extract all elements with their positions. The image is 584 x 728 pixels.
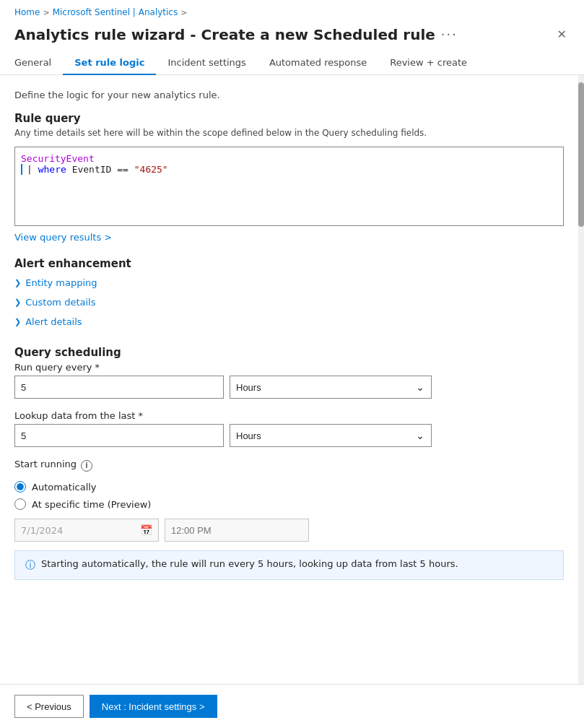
run-query-unit-select[interactable]: Minutes Hours Days (230, 376, 432, 399)
query-pipe: | (27, 164, 32, 175)
calendar-icon: 📅 (140, 524, 152, 536)
footer: < Previous Next : Incident settings > (0, 684, 584, 728)
time-input (165, 519, 309, 542)
rule-query-section: Rule query Any time details set here wil… (14, 112, 564, 257)
content-area: Define the logic for your new analytics … (0, 75, 584, 684)
lookup-data-unit-select[interactable]: Minutes Hours Days (230, 424, 432, 447)
tab-general[interactable]: General (14, 51, 63, 75)
query-keyword-where: where (38, 164, 66, 175)
chevron-right-icon-entity: ❯ (14, 278, 21, 287)
lookup-data-field-group: Lookup data from the last Minutes Hours … (14, 410, 564, 447)
rule-query-title: Rule query (14, 112, 564, 125)
query-editor[interactable]: SecurityEvent | where EventID == "4625" (14, 147, 564, 226)
page-container: Home > Microsoft Sentinel | Analytics > … (0, 0, 584, 728)
custom-details-label: Custom details (25, 297, 95, 308)
run-query-row: Minutes Hours Days (14, 376, 564, 399)
scrollbar[interactable] (578, 75, 584, 684)
radio-automatically-label: Automatically (32, 482, 97, 493)
run-query-label: Run query every (14, 362, 564, 373)
rule-query-subtitle: Any time details set here will be within… (14, 128, 564, 138)
radio-specific-time-label: At specific time (Preview) (32, 499, 151, 510)
close-icon[interactable]: ✕ (554, 25, 570, 44)
accordion-entity-mapping[interactable]: ❯ Entity mapping (14, 273, 564, 292)
query-op: == (117, 164, 128, 175)
accordion-custom-details[interactable]: ❯ Custom details (14, 292, 564, 312)
more-options-icon[interactable]: ··· (441, 27, 458, 42)
start-running-info-icon[interactable]: i (81, 460, 92, 472)
tabs-bar: General Set rule logic Incident settings… (0, 51, 584, 75)
start-running-label: Start running (14, 459, 77, 469)
entity-mapping-label: Entity mapping (25, 277, 97, 288)
lookup-data-unit-wrapper: Minutes Hours Days (230, 424, 432, 447)
page-title: Analytics rule wizard - Create a new Sch… (14, 26, 435, 43)
tab-set-rule-logic[interactable]: Set rule logic (63, 51, 156, 75)
accordion-alert-details[interactable]: ❯ Alert details (14, 312, 564, 332)
start-running-label-row: Start running i (14, 459, 564, 472)
datetime-row: 7/1/2024 📅 (14, 519, 564, 542)
query-line-2: | where EventID == "4625" (21, 164, 557, 175)
info-box-text: Starting automatically, the rule will ru… (41, 558, 458, 569)
lookup-data-value-input[interactable] (14, 424, 224, 447)
radio-automatically[interactable]: Automatically (14, 481, 564, 493)
run-query-field-group: Run query every Minutes Hours Days (14, 362, 564, 399)
next-button[interactable]: Next : Incident settings > (90, 695, 217, 718)
alert-details-label: Alert details (25, 316, 82, 327)
section-description: Define the logic for your new analytics … (14, 90, 564, 100)
date-value: 7/1/2024 (21, 525, 63, 536)
breadcrumb-sep1: > (43, 8, 49, 17)
scrollbar-thumb[interactable] (578, 82, 584, 227)
query-scheduling-title: Query scheduling (14, 346, 564, 359)
title-bar-left: Analytics rule wizard - Create a new Sch… (14, 26, 458, 43)
tab-automated-response[interactable]: Automated response (258, 51, 378, 75)
query-scheduling-section: Query scheduling Run query every Minutes… (14, 346, 564, 580)
query-field: EventID (72, 164, 112, 175)
breadcrumb-home[interactable]: Home (14, 7, 40, 17)
query-table: SecurityEvent (21, 153, 95, 164)
radio-specific-time-input[interactable] (14, 498, 26, 510)
alert-enhancement-title: Alert enhancement (14, 257, 564, 270)
view-results-link[interactable]: View query results > (14, 232, 112, 243)
lookup-data-label: Lookup data from the last (14, 410, 564, 421)
chevron-right-icon-alert: ❯ (14, 317, 21, 326)
tab-review-create[interactable]: Review + create (378, 51, 479, 75)
title-bar: Analytics rule wizard - Create a new Sch… (0, 22, 584, 51)
info-box-icon: ⓘ (25, 559, 35, 572)
radio-automatically-input[interactable] (14, 481, 26, 493)
chevron-right-icon-custom: ❯ (14, 298, 21, 307)
lookup-data-row: Minutes Hours Days (14, 424, 564, 447)
breadcrumb: Home > Microsoft Sentinel | Analytics > (0, 0, 584, 22)
query-line-1: SecurityEvent (21, 153, 557, 164)
main-content: Define the logic for your new analytics … (0, 75, 578, 638)
previous-button[interactable]: < Previous (14, 695, 84, 718)
alert-enhancement-section: Alert enhancement ❯ Entity mapping ❯ Cus… (14, 257, 564, 332)
breadcrumb-sentinel[interactable]: Microsoft Sentinel | Analytics (53, 7, 178, 17)
query-value: "4625" (134, 164, 168, 175)
date-input-display: 7/1/2024 📅 (14, 519, 159, 542)
radio-specific-time[interactable]: At specific time (Preview) (14, 498, 564, 510)
query-editor-container: ↗ SecurityEvent | where EventID == "4625… (14, 147, 564, 226)
start-running-radio-group: Automatically At specific time (Preview) (14, 481, 564, 510)
info-box: ⓘ Starting automatically, the rule will … (14, 550, 564, 580)
run-query-unit-wrapper: Minutes Hours Days (230, 376, 432, 399)
tab-incident-settings[interactable]: Incident settings (156, 51, 257, 75)
run-query-value-input[interactable] (14, 376, 224, 399)
breadcrumb-sep2: > (180, 8, 187, 17)
